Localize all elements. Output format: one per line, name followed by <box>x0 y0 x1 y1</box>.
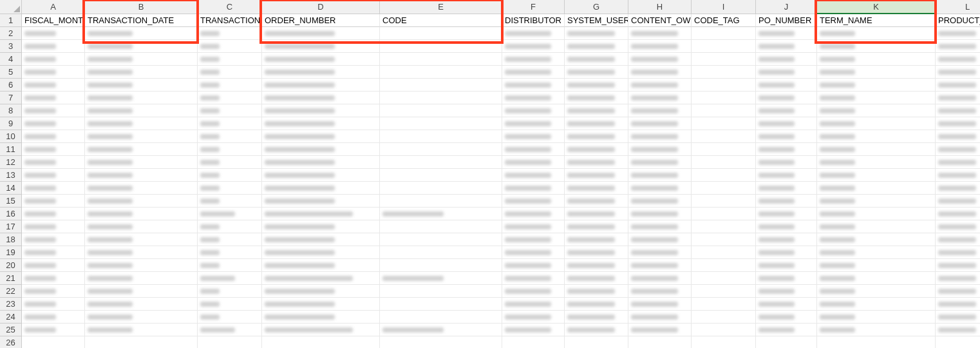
cell-E11[interactable] <box>380 143 502 156</box>
row-header-3[interactable]: 3 <box>0 40 22 53</box>
cell-E16[interactable] <box>380 208 502 220</box>
cell-G7[interactable] <box>565 92 628 104</box>
column-header-l[interactable]: L <box>936 0 980 14</box>
cell-K1[interactable]: TERM_NAME <box>817 14 936 27</box>
cell-G16[interactable] <box>565 208 628 220</box>
cell-J22[interactable] <box>756 285 817 298</box>
cell-F12[interactable] <box>502 156 565 169</box>
cell-I22[interactable] <box>692 285 756 298</box>
cell-A2[interactable] <box>22 27 85 40</box>
cell-I5[interactable] <box>692 66 756 79</box>
cell-L26[interactable] <box>936 336 980 348</box>
cell-B9[interactable] <box>85 117 198 130</box>
cell-A13[interactable] <box>22 169 85 182</box>
cell-D13[interactable] <box>262 169 380 182</box>
cell-E1[interactable]: CODE <box>380 14 502 27</box>
cell-L24[interactable] <box>936 311 980 324</box>
cell-E8[interactable] <box>380 104 502 117</box>
cell-H13[interactable] <box>628 169 692 182</box>
cell-B17[interactable] <box>85 220 198 233</box>
row-header-16[interactable]: 16 <box>0 208 22 220</box>
cell-C2[interactable] <box>198 27 262 40</box>
cell-I7[interactable] <box>692 92 756 104</box>
cell-G4[interactable] <box>565 53 628 66</box>
cell-L2[interactable] <box>936 27 980 40</box>
cell-B24[interactable] <box>85 311 198 324</box>
cell-I16[interactable] <box>692 208 756 220</box>
cell-A5[interactable] <box>22 66 85 79</box>
cell-H4[interactable] <box>628 53 692 66</box>
cell-I4[interactable] <box>692 53 756 66</box>
cell-K5[interactable] <box>817 66 936 79</box>
cell-H25[interactable] <box>628 324 692 336</box>
cell-H26[interactable] <box>628 336 692 348</box>
cell-D14[interactable] <box>262 182 380 195</box>
cell-B23[interactable] <box>85 298 198 311</box>
cell-F19[interactable] <box>502 246 565 259</box>
cell-H18[interactable] <box>628 233 692 246</box>
cell-K26[interactable] <box>817 336 936 348</box>
cell-D20[interactable] <box>262 259 380 272</box>
cell-F20[interactable] <box>502 259 565 272</box>
cell-A1[interactable]: FISCAL_MONTH <box>22 14 85 27</box>
cell-G3[interactable] <box>565 40 628 53</box>
row-header-4[interactable]: 4 <box>0 53 22 66</box>
cell-A7[interactable] <box>22 92 85 104</box>
cell-G17[interactable] <box>565 220 628 233</box>
cell-B20[interactable] <box>85 259 198 272</box>
cell-J24[interactable] <box>756 311 817 324</box>
cell-G26[interactable] <box>565 336 628 348</box>
cell-A3[interactable] <box>22 40 85 53</box>
cell-H5[interactable] <box>628 66 692 79</box>
cell-D2[interactable] <box>262 27 380 40</box>
cell-I14[interactable] <box>692 182 756 195</box>
cell-A12[interactable] <box>22 156 85 169</box>
cell-L6[interactable] <box>936 79 980 92</box>
cell-C25[interactable] <box>198 324 262 336</box>
cell-D26[interactable] <box>262 336 380 348</box>
column-header-e[interactable]: E <box>380 0 502 14</box>
cell-A21[interactable] <box>22 272 85 285</box>
cell-F25[interactable] <box>502 324 565 336</box>
cell-F14[interactable] <box>502 182 565 195</box>
cell-I1[interactable]: CODE_TAG <box>692 14 756 27</box>
cell-K8[interactable] <box>817 104 936 117</box>
cell-B16[interactable] <box>85 208 198 220</box>
cell-K6[interactable] <box>817 79 936 92</box>
cell-J20[interactable] <box>756 259 817 272</box>
cell-C26[interactable] <box>198 336 262 348</box>
cell-D6[interactable] <box>262 79 380 92</box>
cell-J9[interactable] <box>756 117 817 130</box>
row-header-10[interactable]: 10 <box>0 130 22 143</box>
cell-D16[interactable] <box>262 208 380 220</box>
row-header-5[interactable]: 5 <box>0 66 22 79</box>
row-header-2[interactable]: 2 <box>0 27 22 40</box>
cell-L23[interactable] <box>936 298 980 311</box>
cell-D24[interactable] <box>262 311 380 324</box>
cell-C10[interactable] <box>198 130 262 143</box>
cell-G13[interactable] <box>565 169 628 182</box>
cell-F9[interactable] <box>502 117 565 130</box>
cell-K18[interactable] <box>817 233 936 246</box>
cell-H15[interactable] <box>628 195 692 208</box>
cell-F5[interactable] <box>502 66 565 79</box>
cell-H20[interactable] <box>628 259 692 272</box>
cell-D23[interactable] <box>262 298 380 311</box>
cell-G23[interactable] <box>565 298 628 311</box>
cell-J6[interactable] <box>756 79 817 92</box>
column-header-k[interactable]: K <box>817 0 936 14</box>
cell-F26[interactable] <box>502 336 565 348</box>
cell-B5[interactable] <box>85 66 198 79</box>
cell-E22[interactable] <box>380 285 502 298</box>
row-header-11[interactable]: 11 <box>0 143 22 156</box>
cell-H6[interactable] <box>628 79 692 92</box>
cell-E12[interactable] <box>380 156 502 169</box>
cell-G6[interactable] <box>565 79 628 92</box>
cell-J25[interactable] <box>756 324 817 336</box>
cell-F11[interactable] <box>502 143 565 156</box>
row-header-20[interactable]: 20 <box>0 259 22 272</box>
cell-J4[interactable] <box>756 53 817 66</box>
cell-F22[interactable] <box>502 285 565 298</box>
cell-B13[interactable] <box>85 169 198 182</box>
cell-A10[interactable] <box>22 130 85 143</box>
